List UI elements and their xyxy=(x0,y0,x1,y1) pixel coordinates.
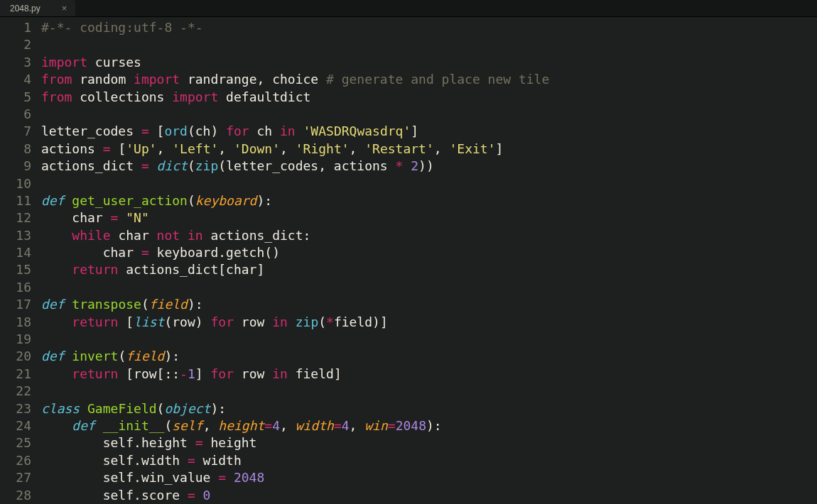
code-line[interactable]: def invert(field): xyxy=(41,348,817,365)
line-number: 9 xyxy=(0,158,31,175)
code-line[interactable]: self.height = height xyxy=(41,434,817,451)
line-number: 14 xyxy=(0,244,31,261)
line-number: 16 xyxy=(0,279,31,296)
code-line[interactable] xyxy=(41,331,817,348)
code-line[interactable]: return actions_dict[char] xyxy=(41,261,817,278)
code-line[interactable]: class GameField(object): xyxy=(41,400,817,417)
file-tab[interactable]: 2048.py × xyxy=(0,0,75,16)
code-line[interactable] xyxy=(41,383,817,400)
code-line[interactable]: self.width = width xyxy=(41,452,817,469)
code-line[interactable]: def __init__(self, height=4, width=4, wi… xyxy=(41,417,817,434)
tab-filename: 2048.py xyxy=(10,4,40,13)
code-line[interactable]: self.score = 0 xyxy=(41,487,817,504)
line-number: 12 xyxy=(0,209,31,226)
line-number: 8 xyxy=(0,141,31,158)
code-line[interactable] xyxy=(41,279,817,296)
code-line[interactable]: while char not in actions_dict: xyxy=(41,227,817,244)
line-number: 2 xyxy=(0,36,31,53)
code-line[interactable]: return [row[::-1] for row in field] xyxy=(41,366,817,383)
code-line[interactable]: self.win_value = 2048 xyxy=(41,469,817,486)
line-number: 23 xyxy=(0,400,31,417)
code-line[interactable]: char = keyboard.getch() xyxy=(41,244,817,261)
line-number: 5 xyxy=(0,89,31,106)
line-number: 26 xyxy=(0,452,31,469)
code-editor[interactable]: 1234567891011121314151617181920212223242… xyxy=(0,17,817,504)
code-line[interactable]: #-*- coding:utf-8 -*- xyxy=(41,19,817,36)
line-number-gutter: 1234567891011121314151617181920212223242… xyxy=(0,19,41,504)
line-number: 24 xyxy=(0,417,31,434)
code-line[interactable]: from random import randrange, choice # g… xyxy=(41,71,817,88)
line-number: 11 xyxy=(0,192,31,209)
line-number: 19 xyxy=(0,331,31,348)
line-number: 6 xyxy=(0,106,31,123)
line-number: 17 xyxy=(0,296,31,313)
code-area[interactable]: #-*- coding:utf-8 -*- import cursesfrom … xyxy=(41,19,817,504)
close-icon[interactable]: × xyxy=(62,3,67,13)
line-number: 25 xyxy=(0,434,31,451)
line-number: 4 xyxy=(0,71,31,88)
line-number: 22 xyxy=(0,383,31,400)
line-number: 18 xyxy=(0,314,31,331)
code-line[interactable]: from collections import defaultdict xyxy=(41,89,817,106)
code-line[interactable]: def get_user_action(keyboard): xyxy=(41,192,817,209)
code-line[interactable] xyxy=(41,36,817,53)
code-line[interactable]: return [list(row) for row in zip(*field)… xyxy=(41,314,817,331)
code-line[interactable]: actions = ['Up', 'Left', 'Down', 'Right'… xyxy=(41,141,817,158)
line-number: 3 xyxy=(0,54,31,71)
code-line[interactable] xyxy=(41,175,817,192)
code-line[interactable]: def transpose(field): xyxy=(41,296,817,313)
code-line[interactable]: import curses xyxy=(41,54,817,71)
line-number: 20 xyxy=(0,348,31,365)
line-number: 27 xyxy=(0,469,31,486)
line-number: 1 xyxy=(0,19,31,36)
line-number: 7 xyxy=(0,123,31,140)
line-number: 10 xyxy=(0,175,31,192)
code-line[interactable]: actions_dict = dict(zip(letter_codes, ac… xyxy=(41,158,817,175)
line-number: 28 xyxy=(0,487,31,504)
code-line[interactable]: letter_codes = [ord(ch) for ch in 'WASDR… xyxy=(41,123,817,140)
line-number: 13 xyxy=(0,227,31,244)
line-number: 15 xyxy=(0,261,31,278)
code-line[interactable]: char = "N" xyxy=(41,209,817,226)
code-line[interactable] xyxy=(41,106,817,123)
line-number: 21 xyxy=(0,366,31,383)
tab-bar: 2048.py × xyxy=(0,0,817,17)
